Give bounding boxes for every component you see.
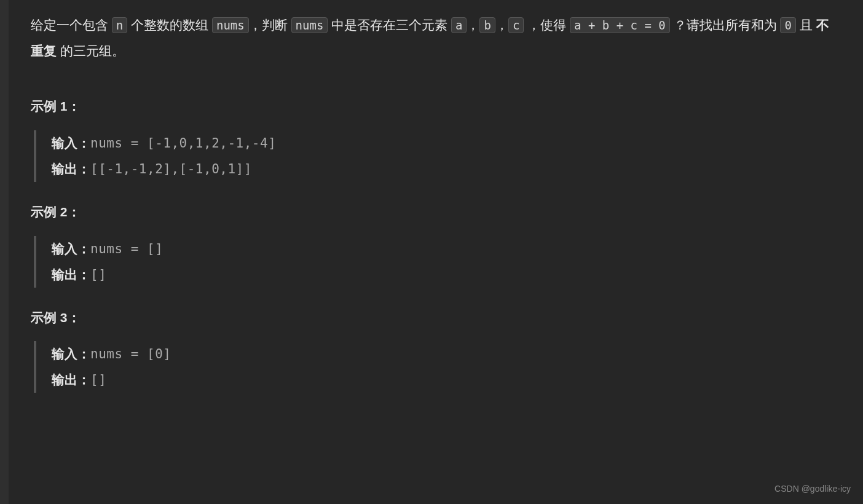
example-2: 示例 2： 输入：nums = [] 输出：[] xyxy=(31,200,832,288)
output-label: 输出： xyxy=(52,162,90,176)
example-3: 示例 3： 输入：nums = [0] 输出：[] xyxy=(31,306,832,393)
input-label: 输入： xyxy=(52,347,90,361)
code-zero: 0 xyxy=(780,17,795,33)
output-label: 输出： xyxy=(52,267,90,282)
output-value: [[-1,-1,2],[-1,0,1]] xyxy=(90,162,252,176)
example-input-line: 输入：nums = [-1,0,1,2,-1,-4] xyxy=(52,130,832,156)
example-input-line: 输入：nums = [] xyxy=(52,236,832,262)
code-b: b xyxy=(479,17,495,33)
example-1: 示例 1： 输入：nums = [-1,0,1,2,-1,-4] 输出：[[-1… xyxy=(31,95,832,182)
left-border-decoration xyxy=(0,0,9,504)
desc-text: ？请找出所有和为 xyxy=(670,18,781,32)
example-title: 示例 1： xyxy=(31,95,832,118)
watermark: CSDN @godlike-icy xyxy=(774,481,851,497)
example-title: 示例 3： xyxy=(31,306,832,329)
example-block: 输入：nums = [-1,0,1,2,-1,-4] 输出：[[-1,-1,2]… xyxy=(34,130,832,182)
code-c: c xyxy=(508,17,524,33)
input-value: nums = [] xyxy=(90,242,163,256)
output-value: [] xyxy=(90,267,106,282)
input-value: nums = [-1,0,1,2,-1,-4] xyxy=(90,136,276,151)
code-equation: a + b + c = 0 xyxy=(570,17,670,33)
problem-description: 给定一个包含 n 个整数的数组 nums，判断 nums 中是否存在三个元素 a… xyxy=(31,12,832,64)
desc-text: ， xyxy=(467,18,479,32)
example-output-line: 输出：[] xyxy=(52,367,832,393)
desc-text: 的三元组。 xyxy=(57,44,125,58)
example-block: 输入：nums = [0] 输出：[] xyxy=(34,341,832,393)
code-nums: nums xyxy=(291,17,328,33)
output-value: [] xyxy=(90,372,106,387)
code-n: n xyxy=(112,17,127,33)
desc-text: 给定一个包含 xyxy=(31,18,112,32)
output-label: 输出： xyxy=(52,372,90,387)
input-value: nums = [0] xyxy=(90,347,171,361)
desc-text: 且 xyxy=(796,18,816,32)
code-nums: nums xyxy=(212,17,249,33)
desc-text: ，使得 xyxy=(524,18,570,32)
desc-text: ， xyxy=(495,18,508,32)
problem-content: 给定一个包含 n 个整数的数组 nums，判断 nums 中是否存在三个元素 a… xyxy=(31,12,832,393)
example-input-line: 输入：nums = [0] xyxy=(52,341,832,367)
desc-text: 中是否存在三个元素 xyxy=(328,18,451,32)
desc-text: ，判断 xyxy=(249,18,291,32)
code-a: a xyxy=(451,17,467,33)
example-output-line: 输出：[] xyxy=(52,262,832,288)
example-title: 示例 2： xyxy=(31,200,832,224)
desc-text: 个整数的数组 xyxy=(127,18,212,32)
input-label: 输入： xyxy=(52,136,90,150)
example-block: 输入：nums = [] 输出：[] xyxy=(34,236,832,288)
example-output-line: 输出：[[-1,-1,2],[-1,0,1]] xyxy=(52,156,832,182)
input-label: 输入： xyxy=(52,242,90,256)
